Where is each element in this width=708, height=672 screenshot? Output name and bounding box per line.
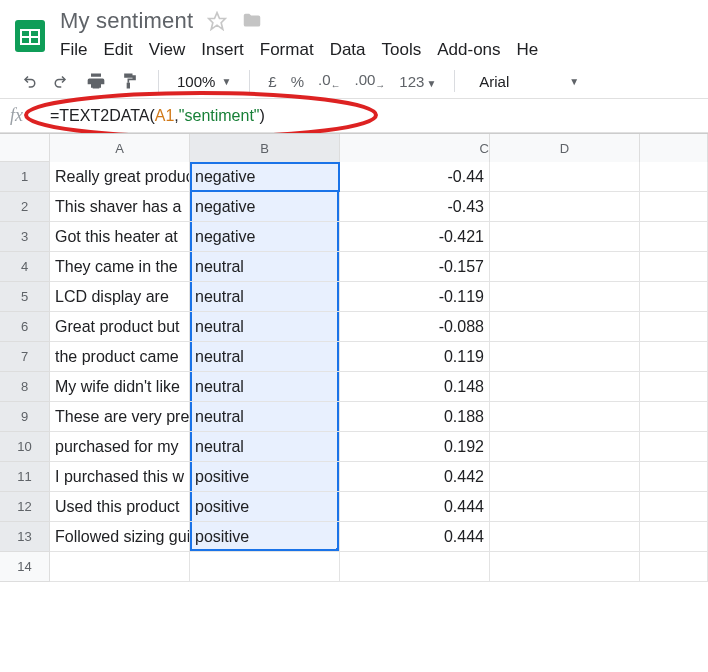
cell[interactable]: neutral bbox=[190, 252, 340, 282]
menu-data[interactable]: Data bbox=[330, 40, 366, 60]
col-header-A[interactable]: A bbox=[50, 134, 190, 162]
row-header[interactable]: 7 bbox=[0, 342, 50, 372]
row-header[interactable]: 14 bbox=[0, 552, 50, 582]
row-header[interactable]: 2 bbox=[0, 192, 50, 222]
folder-icon[interactable] bbox=[241, 10, 263, 32]
row-header[interactable]: 11 bbox=[0, 462, 50, 492]
cell[interactable] bbox=[640, 312, 708, 342]
doc-title[interactable]: My sentiment bbox=[60, 8, 193, 34]
menu-edit[interactable]: Edit bbox=[103, 40, 132, 60]
cell[interactable]: I purchased this w bbox=[50, 462, 190, 492]
cell[interactable]: neutral bbox=[190, 372, 340, 402]
cell[interactable] bbox=[640, 342, 708, 372]
cell[interactable] bbox=[490, 312, 640, 342]
selection-handle[interactable] bbox=[336, 548, 340, 552]
menu-tools[interactable]: Tools bbox=[382, 40, 422, 60]
cell[interactable]: 0.192 bbox=[340, 432, 490, 462]
menu-file[interactable]: File bbox=[60, 40, 87, 60]
cell[interactable]: Great product but bbox=[50, 312, 190, 342]
cell[interactable]: positive bbox=[190, 492, 340, 522]
row-header[interactable]: 13 bbox=[0, 522, 50, 552]
cell[interactable] bbox=[640, 402, 708, 432]
cell[interactable] bbox=[640, 462, 708, 492]
cell[interactable]: 0.188 bbox=[340, 402, 490, 432]
cell[interactable]: neutral bbox=[190, 432, 340, 462]
cell[interactable]: neutral bbox=[190, 402, 340, 432]
cell[interactable] bbox=[640, 522, 708, 552]
cell[interactable]: negative bbox=[190, 222, 340, 252]
sheets-logo[interactable] bbox=[10, 8, 50, 62]
row-header[interactable]: 1 bbox=[0, 162, 50, 192]
cell[interactable] bbox=[640, 162, 708, 192]
col-header-D[interactable]: D bbox=[490, 134, 640, 162]
cell[interactable]: 0.442 bbox=[340, 462, 490, 492]
cell[interactable]: 0.119 bbox=[340, 342, 490, 372]
cell[interactable]: Followed sizing guide bbox=[50, 522, 190, 552]
cell[interactable]: negative bbox=[190, 162, 340, 192]
cell[interactable] bbox=[490, 522, 640, 552]
cell[interactable] bbox=[490, 222, 640, 252]
menu-format[interactable]: Format bbox=[260, 40, 314, 60]
font-select[interactable]: Arial▼ bbox=[479, 73, 579, 90]
row-header[interactable]: 3 bbox=[0, 222, 50, 252]
cell[interactable]: Used this product bbox=[50, 492, 190, 522]
row-header[interactable]: 9 bbox=[0, 402, 50, 432]
currency-button[interactable]: £ bbox=[268, 73, 276, 90]
cell[interactable]: negative bbox=[190, 192, 340, 222]
menu-addons[interactable]: Add-ons bbox=[437, 40, 500, 60]
col-header-extra[interactable] bbox=[640, 134, 708, 162]
cell[interactable]: positive bbox=[190, 462, 340, 492]
cell[interactable]: -0.157 bbox=[340, 252, 490, 282]
cell[interactable] bbox=[490, 252, 640, 282]
cell[interactable] bbox=[640, 282, 708, 312]
percent-button[interactable]: % bbox=[291, 73, 304, 90]
row-header[interactable]: 4 bbox=[0, 252, 50, 282]
spreadsheet-grid[interactable]: A B C D 1Really great product fornegativ… bbox=[0, 133, 708, 582]
cell[interactable]: -0.44 bbox=[340, 162, 490, 192]
print-icon[interactable] bbox=[86, 71, 106, 91]
cell[interactable] bbox=[190, 552, 340, 582]
col-header-B[interactable]: B bbox=[190, 134, 340, 162]
cell[interactable] bbox=[490, 432, 640, 462]
cell[interactable] bbox=[490, 282, 640, 312]
cell[interactable] bbox=[490, 552, 640, 582]
cell[interactable]: neutral bbox=[190, 282, 340, 312]
cell[interactable]: Got this heater at bbox=[50, 222, 190, 252]
cell[interactable]: neutral bbox=[190, 342, 340, 372]
cell[interactable] bbox=[640, 492, 708, 522]
cell[interactable] bbox=[640, 432, 708, 462]
formula-bar[interactable]: fx =TEXT2DATA(A1,"sentiment") bbox=[0, 99, 708, 133]
cell[interactable]: -0.421 bbox=[340, 222, 490, 252]
cell[interactable]: 0.444 bbox=[340, 522, 490, 552]
cell[interactable]: neutral bbox=[190, 312, 340, 342]
redo-icon[interactable] bbox=[52, 72, 72, 90]
cell[interactable] bbox=[640, 192, 708, 222]
cell[interactable] bbox=[340, 552, 490, 582]
cell[interactable] bbox=[490, 402, 640, 432]
col-header-C[interactable]: C bbox=[340, 134, 490, 162]
select-all-corner[interactable] bbox=[0, 134, 50, 161]
cell[interactable] bbox=[640, 252, 708, 282]
cell[interactable]: This shaver has a bbox=[50, 192, 190, 222]
cell[interactable]: These are very pretty bbox=[50, 402, 190, 432]
cell[interactable]: 0.444 bbox=[340, 492, 490, 522]
formula-text[interactable]: =TEXT2DATA(A1,"sentiment") bbox=[50, 107, 265, 125]
cell[interactable] bbox=[490, 492, 640, 522]
cell[interactable] bbox=[50, 552, 190, 582]
cell[interactable] bbox=[490, 192, 640, 222]
cell[interactable]: -0.119 bbox=[340, 282, 490, 312]
menu-help[interactable]: He bbox=[517, 40, 539, 60]
zoom-select[interactable]: 100%▼ bbox=[177, 73, 231, 90]
cell[interactable]: positive bbox=[190, 522, 340, 552]
row-header[interactable]: 6 bbox=[0, 312, 50, 342]
number-format-button[interactable]: 123▼ bbox=[399, 73, 436, 90]
cell[interactable] bbox=[640, 222, 708, 252]
cell[interactable] bbox=[490, 342, 640, 372]
row-header[interactable]: 12 bbox=[0, 492, 50, 522]
cell[interactable] bbox=[640, 552, 708, 582]
cell[interactable] bbox=[490, 162, 640, 192]
cell[interactable]: -0.088 bbox=[340, 312, 490, 342]
star-icon[interactable] bbox=[207, 11, 227, 31]
row-header[interactable]: 5 bbox=[0, 282, 50, 312]
cell[interactable]: LCD display are bbox=[50, 282, 190, 312]
